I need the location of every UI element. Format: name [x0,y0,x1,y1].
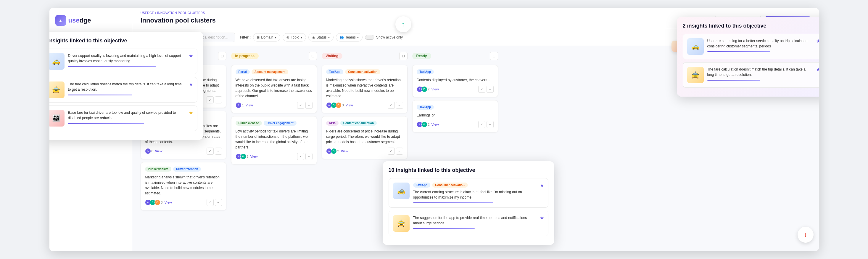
col-header-inprogress: In progress ⊟ [231,52,317,60]
insight-bar-b1 [413,202,493,203]
minus-button[interactable]: − [215,148,222,155]
insight-text-r2: The fare calculation doesn't match the t… [707,67,813,77]
card-actions: ✓ − [478,121,494,128]
card-meta: A B 2 View [417,121,439,127]
insight-item-r1: 🚕 User are searching for a better servic… [683,34,819,59]
logo: ▲ usedge [50,8,132,31]
insight-bar-r2 [707,80,760,81]
insight-content-r1: User are searching for a better service … [707,38,813,52]
insight-item-3: 👨‍👩‍👧 Base fare for taxi driver are too … [50,106,197,131]
col-header-waiting: Waiting ⊟ [322,52,407,60]
card-waiting-2: KPIs Content consumption Riders are conc… [322,116,407,159]
insight-content-2: The fare calculation doesn't match the t… [68,82,185,95]
check-button[interactable]: ✓ [297,153,304,160]
check-button[interactable]: ✓ [207,148,214,155]
minus-button[interactable]: − [305,102,312,109]
check-button[interactable]: ✓ [388,148,395,155]
avatar-group: A [236,102,240,108]
filter-status[interactable]: ◉ Status ▾ [308,33,334,41]
collapse-ready-button[interactable]: ⊟ [490,52,498,60]
view-link[interactable]: View [432,87,439,91]
view-link[interactable]: View [250,155,258,158]
avatar-count: 2 [428,87,430,91]
ready-badge: Ready [412,53,431,59]
card-actions: ✓ − [297,153,312,160]
avatar-group: A B C [145,199,159,205]
card-meta: A B 2 View [326,148,348,154]
collapse-waiting-button[interactable]: ⊟ [399,52,407,60]
avatar-count: 3 [161,201,163,204]
card-actions: ✓ − [388,148,403,155]
tag-taxiapp: TaxiApp [326,69,344,75]
avatar: B [331,148,337,154]
view-link[interactable]: View [164,201,172,204]
check-button[interactable]: ✓ [478,121,485,128]
tag-public-website: Public website [236,121,262,126]
card-actions: ✓ − [207,148,222,155]
kanban-col-inprogress: In progress ⊟ Portal Account management … [231,52,317,245]
card-footer: A B C 3 View ✓ − [326,102,403,109]
card-meta: A B 2 View [236,153,258,160]
avatar-count: 1 [242,104,244,107]
avatar: A [236,102,242,108]
tag-consumer-b1: Consumer activatio... [432,182,468,188]
minus-button[interactable]: − [305,153,312,160]
card-footer: A B C 3 View ✓ − [145,199,222,206]
check-button[interactable]: ✓ [478,86,485,93]
avatar: C [336,102,342,108]
minus-button[interactable]: − [215,96,222,104]
view-link[interactable]: View [432,123,439,126]
view-link[interactable]: View [155,149,162,153]
card-meta: A B C 3 View [145,199,172,205]
avatar: B [240,153,246,160]
check-button[interactable]: ✓ [207,96,214,104]
minus-button[interactable]: − [396,148,403,155]
minus-button[interactable]: − [215,199,222,206]
avatar-group: A B [326,148,336,154]
filter-group: Filter : ⊞ Domain ▾ ◎ Topic ▾ ◉ Status ▾ [240,33,403,41]
insight-thumb-3: 👨‍👩‍👧 [50,110,64,126]
card-footer: A 1 View ✓ − [236,102,312,109]
view-link[interactable]: View [246,104,253,107]
collapse-inprogress-button[interactable]: ⊟ [309,52,317,60]
minus-button[interactable]: − [487,121,494,128]
card-text: Marketing analysis shown that driver's r… [326,77,403,99]
chevron-down-icon: ▾ [357,36,359,39]
filter-teams[interactable]: 👥 Teams ▾ [336,33,363,41]
chevron-down-icon: ▾ [275,36,276,39]
view-link[interactable]: View [346,104,353,107]
tag-content-consumption: Content consumption [340,121,377,126]
avatar: C [154,199,160,205]
insight-bar-b2 [413,228,475,229]
check-button[interactable]: ✓ [388,102,395,109]
card-backlog-3: Public website Driver retention Marketin… [141,162,226,210]
avatar-count: 2 [428,123,430,126]
filter-domain[interactable]: ⊞ Domain ▾ [253,33,280,41]
collapse-backlog-button[interactable]: ⊟ [218,52,226,60]
check-button[interactable]: ✓ [207,199,214,206]
insight-bar-3 [68,123,144,124]
insight-item-2: 🚖 The fare calculation doesn't match the… [50,77,197,103]
insight-star-1: ★ [189,53,193,59]
card-tags: KPIs Content consumption [326,121,403,126]
filter-topic[interactable]: ◎ Topic ▾ [283,33,306,41]
minus-button[interactable]: − [487,86,494,93]
check-button[interactable]: ✓ [297,102,304,109]
card-tags: Public website Driver retention [145,167,222,172]
tag-driver-retention: Driver retention [173,167,201,172]
view-link[interactable]: View [341,149,348,153]
show-active-toggle[interactable]: Show active only [365,35,403,40]
minus-button[interactable]: − [396,102,403,109]
toggle-box[interactable] [365,35,374,40]
domain-chip-icon: ⊞ [257,35,259,39]
panel-bottom-title: 10 insights linked to this objective [389,167,548,173]
panel-left-title: 3 insights linked to this objective [50,38,197,44]
insight-item-1: 🚕 Driver support quality is lowering and… [50,49,197,74]
tag-consumer-activation: Consumer activation [345,69,380,75]
insight-content-1: Driver support quality is lowering and m… [68,53,185,67]
filter-topic-label: Topic [291,35,299,39]
card-ready-1: TaxiApp Contents displayed by customer, … [412,65,498,97]
tag-taxiapp-b1: TaxiApp [413,182,431,188]
arrow-up-icon: ↑ [395,16,411,32]
card-text: Contents displayed by customer, the conv… [417,77,494,83]
